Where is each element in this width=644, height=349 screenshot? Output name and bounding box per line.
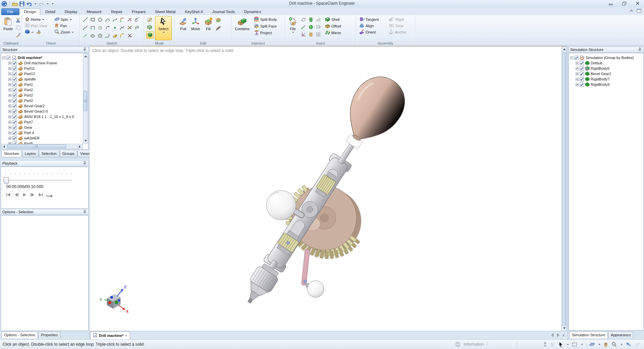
solid-mode-icon[interactable] <box>146 31 154 39</box>
menu-tab-design[interactable]: Design <box>20 8 41 15</box>
insert-sketch-line-icon[interactable] <box>300 23 307 30</box>
tree-row-item-5[interactable]: Part2 <box>2 87 83 93</box>
playback-step-back-button[interactable] <box>14 192 19 197</box>
playback-loop-button[interactable] <box>46 192 53 197</box>
tree-item-label[interactable]: Part11 <box>24 66 35 70</box>
format-painter-icon[interactable] <box>15 32 21 38</box>
anchor-button[interactable]: Anchor <box>388 29 413 35</box>
box-select-dropdown-icon[interactable] <box>581 344 583 346</box>
tree-row-item-11[interactable]: Part7 <box>2 119 83 125</box>
insert-profile-icon[interactable] <box>308 31 314 38</box>
tree-row-sim-1[interactable]: SRigidBody5 <box>570 66 642 71</box>
tree-item-label[interactable]: RigidBody9 <box>591 82 609 86</box>
sketch-tool-create-corner[interactable] <box>119 16 125 23</box>
expander-icon[interactable] <box>8 131 11 134</box>
visibility-checkbox[interactable] <box>12 77 17 81</box>
tree-row-item-6[interactable]: Part2 <box>2 93 83 98</box>
sketch-tool-circle[interactable] <box>97 16 103 23</box>
view-cube-button[interactable] <box>24 29 51 35</box>
menu-tab-file[interactable]: File <box>1 8 19 15</box>
pin-icon[interactable] <box>83 161 87 166</box>
project-button[interactable]: Project <box>253 30 278 36</box>
next-tab-icon[interactable] <box>556 333 560 338</box>
tree-item-label[interactable]: RigidBody5 <box>591 66 609 70</box>
align-button[interactable]: Align <box>358 22 385 29</box>
restore-button[interactable] <box>620 1 629 6</box>
tree-row-item-3[interactable]: spindle <box>2 76 83 82</box>
sketch-tool-point[interactable] <box>111 24 118 31</box>
split-face-button[interactable]: Split Face <box>253 23 278 29</box>
visibility-checkbox[interactable] <box>6 56 11 60</box>
visibility-checkbox[interactable] <box>580 77 584 81</box>
visibility-checkbox[interactable] <box>12 88 17 92</box>
expander-icon[interactable] <box>570 56 573 59</box>
scroll-right-icon[interactable] <box>78 144 82 148</box>
scroll-down-icon[interactable] <box>84 139 87 143</box>
tree-row-item-2[interactable]: Part12 <box>2 71 83 76</box>
plan-view-button[interactable]: Plan View <box>24 22 51 29</box>
visibility-checkbox[interactable] <box>12 115 17 119</box>
tree-item-label[interactable]: Part1 <box>24 82 33 86</box>
sketch-tool-sketch-pattern[interactable] <box>111 32 118 39</box>
expander-icon[interactable] <box>8 110 11 113</box>
window-layout-icon[interactable] <box>637 9 641 13</box>
next-view-icon[interactable] <box>635 342 641 347</box>
scroll-up-icon[interactable] <box>562 47 566 52</box>
visibility-checkbox[interactable] <box>580 72 584 76</box>
replace-face-icon[interactable] <box>215 17 222 24</box>
cut-icon[interactable] <box>15 17 21 23</box>
visibility-checkbox[interactable] <box>12 99 17 103</box>
expander-icon[interactable] <box>8 105 11 108</box>
close-tab-icon[interactable]: × <box>562 333 565 338</box>
expander-icon[interactable] <box>8 83 11 86</box>
tree-item-label[interactable]: ANSI B18.1.1 - 1_16 x 1_8 x 0 <box>24 115 74 119</box>
move-button[interactable]: Move <box>190 16 202 32</box>
viewport-vscroll-thumb[interactable] <box>562 52 566 326</box>
insert-pattern-mid-icon[interactable] <box>315 23 322 30</box>
expander-icon[interactable] <box>8 99 11 102</box>
sketch-tool-construction-line[interactable] <box>82 32 89 39</box>
expander-icon[interactable] <box>8 115 11 118</box>
sketch-tool-corner-rectangle[interactable] <box>89 24 96 31</box>
expander-icon[interactable] <box>2 56 5 59</box>
previous-view-icon[interactable] <box>626 342 632 347</box>
menu-tab-detail[interactable]: Detail <box>41 8 59 15</box>
sketch-tool-ellipse[interactable] <box>89 32 96 39</box>
visibility-checkbox[interactable] <box>574 56 579 60</box>
section-mode-icon[interactable] <box>146 24 153 31</box>
zoom-view-icon[interactable] <box>611 342 617 347</box>
tab-selection[interactable]: Selection <box>39 151 59 157</box>
visibility-checkbox[interactable] <box>12 72 17 76</box>
visibility-checkbox[interactable] <box>12 120 17 124</box>
tree-row-item-8[interactable]: Bevel Gear2 <box>2 103 83 109</box>
tab-layers[interactable]: Layers <box>22 151 39 157</box>
paste-button[interactable]: Paste <box>2 16 14 38</box>
insert-plane-icon[interactable] <box>300 16 307 23</box>
menu-tab-prepare[interactable]: Prepare <box>127 8 150 15</box>
playback-skip-start-button[interactable] <box>6 192 11 197</box>
sketch-tool-construction-circle[interactable] <box>97 24 103 31</box>
tree-row-item-9[interactable]: Bevel Gear2-0 <box>2 109 83 114</box>
tree-item-label[interactable]: spindle <box>24 77 36 81</box>
offset-button[interactable]: Offset <box>324 23 342 29</box>
tree-row-sim-root[interactable]: Simulation (Group by Bodies) <box>570 55 642 60</box>
expander-icon[interactable] <box>8 94 11 97</box>
playback-skip-end-button[interactable] <box>38 192 43 197</box>
insert-axes-icon[interactable] <box>300 31 307 38</box>
tree-row-item-12[interactable]: Gear <box>2 125 83 130</box>
tree-row-item-4[interactable]: Part1 <box>2 82 83 87</box>
tree-row-root[interactable]: Drill machine* <box>2 55 83 60</box>
zoom-dropdown-icon[interactable] <box>621 344 623 346</box>
sketch-view-icon[interactable] <box>36 29 41 35</box>
tree-item-label[interactable]: Part7 <box>24 120 33 124</box>
sketch-tool-sweep-arc[interactable] <box>104 24 111 31</box>
tab-options-selection[interactable]: Options - Selection <box>1 332 38 338</box>
tangent-button[interactable]: Tangent <box>358 16 385 22</box>
menu-tab-journal-tools[interactable]: Journal Tools <box>208 8 239 15</box>
home-view-button[interactable]: Home <box>24 16 51 22</box>
sketch-tool-polyline[interactable] <box>119 24 125 31</box>
scroll-up-icon[interactable] <box>84 54 87 59</box>
scroll-down-icon[interactable] <box>562 326 566 331</box>
tree-row-item-0[interactable]: Drill machine Frame <box>2 60 83 66</box>
tree-item-label[interactable]: Part2 <box>24 93 33 97</box>
